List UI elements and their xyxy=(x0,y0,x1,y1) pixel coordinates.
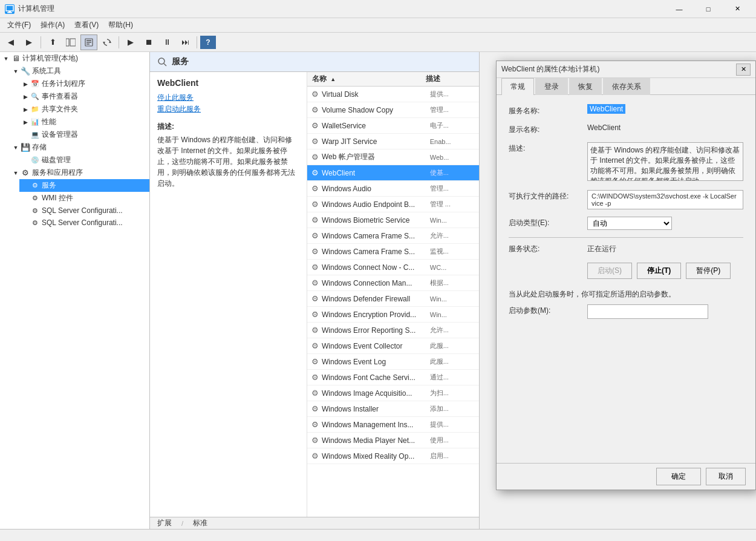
service-icon: ⚙ xyxy=(310,184,321,193)
service-row[interactable]: ⚙ Virtual Disk 提供... xyxy=(307,87,479,102)
menu-action[interactable]: 操作(A) xyxy=(36,19,70,31)
toolbar-properties[interactable] xyxy=(80,34,97,50)
start-params-row: 启动参数(M): xyxy=(509,304,743,319)
toolbar-back[interactable]: ◀ xyxy=(2,34,19,50)
service-row[interactable]: ⚙ Warp JIT Service Enab... xyxy=(307,134,479,149)
service-row[interactable]: ⚙ Web 帐户管理器 Web... xyxy=(307,149,479,165)
dialog-tab-general[interactable]: 常规 xyxy=(501,78,534,95)
toolbar-refresh[interactable] xyxy=(99,34,116,50)
tree-storage[interactable]: ▼ 💾 存储 xyxy=(10,141,149,154)
service-row[interactable]: ⚙ Windows Error Reporting S... 允许... xyxy=(307,323,479,338)
toolbar-forward[interactable]: ▶ xyxy=(21,34,37,50)
dialog-tab-login[interactable]: 登录 xyxy=(535,78,568,95)
dialog-cancel-button[interactable]: 取消 xyxy=(706,468,746,485)
service-row[interactable]: ⚙ Windows Installer 添加... xyxy=(307,401,479,417)
services-header: 服务 xyxy=(150,52,479,72)
toolbar-show-hide-tree[interactable] xyxy=(62,34,79,50)
pause-service-button[interactable]: 暂停(P) xyxy=(686,263,731,279)
tree-root[interactable]: ▼ 🖥 计算机管理(本地) xyxy=(0,52,149,65)
service-row[interactable]: ⚙ Windows Biometric Service Win... xyxy=(307,212,479,228)
service-name: WalletService xyxy=(321,122,430,130)
dialog-tab-dependencies[interactable]: 依存关系 xyxy=(603,78,650,95)
service-row[interactable]: ⚙ Windows Connection Man... 根据... xyxy=(307,275,479,291)
dialog-close-button[interactable]: ✕ xyxy=(736,64,751,76)
tab-standard[interactable]: 标准 xyxy=(191,517,210,529)
service-icon: ⚙ xyxy=(310,200,321,209)
service-row[interactable]: ⚙ Windows Event Collector 此服... xyxy=(307,338,479,354)
service-icon: ⚙ xyxy=(310,105,321,114)
service-row[interactable]: ⚙ Windows Font Cache Servi... 通过... xyxy=(307,370,479,385)
toolbar-help[interactable]: ? xyxy=(200,36,216,49)
svg-rect-3 xyxy=(66,39,69,46)
tab-extend[interactable]: 扩展 xyxy=(155,517,174,529)
col-name-header[interactable]: 名称 ▲ xyxy=(307,74,426,84)
tree-performance[interactable]: ▶ 📊 性能 xyxy=(19,116,149,128)
restart-service-link[interactable]: 重启动此服务 xyxy=(157,104,299,114)
tree-task-expand[interactable]: ▶ xyxy=(21,79,30,89)
tree-root-expand[interactable]: ▼ xyxy=(1,54,11,64)
tree-svc-apps-expand[interactable]: ▼ xyxy=(11,168,21,178)
service-row[interactable]: ⚙ Windows Mixed Reality Op... 启用... xyxy=(307,448,479,464)
start-type-select[interactable]: 自动 手动 已禁用 xyxy=(587,217,672,230)
tree-system-tools[interactable]: ▼ 🔧 系统工具 xyxy=(10,65,149,77)
tree-services[interactable]: ▶ ⚙ 服务 xyxy=(19,179,149,192)
dialog-ok-button[interactable]: 确定 xyxy=(656,468,701,485)
tree-sql1[interactable]: ▶ ⚙ SQL Server Configurati... xyxy=(19,205,149,217)
toolbar-play[interactable]: ▶ xyxy=(122,34,139,50)
toolbar-sep2 xyxy=(119,36,119,48)
start-params-input[interactable] xyxy=(587,304,708,319)
stop-service-button[interactable]: 停止(T) xyxy=(637,263,681,279)
menu-view[interactable]: 查看(V) xyxy=(70,19,103,31)
service-row[interactable]: ⚙ WalletService 电子... xyxy=(307,118,479,134)
tree-services-apps[interactable]: ▼ ⚙ 服务和应用程序 xyxy=(10,166,149,179)
tree-task-scheduler[interactable]: ▶ 📅 任务计划程序 xyxy=(19,77,149,90)
service-row[interactable]: ⚙ Windows Defender Firewall Win... xyxy=(307,291,479,307)
service-row[interactable]: ⚙ Windows Connect Now - C... WC... xyxy=(307,260,479,275)
tree-perf-expand[interactable]: ▶ xyxy=(21,117,30,127)
tree-wmi[interactable]: ▶ ⚙ WMI 控件 xyxy=(19,192,149,205)
service-row[interactable]: ⚙ Volume Shadow Copy 管理... xyxy=(307,102,479,118)
toolbar-up[interactable]: ⬆ xyxy=(44,34,61,50)
tree-storage-label: 存储 xyxy=(32,142,47,152)
tree-system-tools-expand[interactable]: ▼ xyxy=(11,67,21,76)
service-icon: ⚙ xyxy=(310,357,321,366)
service-name: Windows Camera Frame S... xyxy=(321,232,430,240)
service-desc: 使基... xyxy=(430,168,479,177)
service-row[interactable]: ⚙ Windows Audio Endpoint B... 管理 ... xyxy=(307,197,479,212)
tree-event-expand[interactable]: ▶ xyxy=(21,92,30,102)
service-row[interactable]: ⚙ Windows Camera Frame S... 允许... xyxy=(307,228,479,244)
service-row[interactable]: ⚙ Windows Audio 管理... xyxy=(307,181,479,197)
toolbar-stop[interactable]: ⏹ xyxy=(140,34,157,50)
tree-shared-expand[interactable]: ▶ xyxy=(21,105,30,114)
toolbar-pause[interactable]: ⏸ xyxy=(158,34,175,50)
dialog-tab-recovery[interactable]: 恢复 xyxy=(569,78,602,95)
menu-file[interactable]: 文件(F) xyxy=(2,19,36,31)
tree-device-manager[interactable]: ▶ 💻 设备管理器 xyxy=(19,128,149,141)
service-row[interactable]: ⚙ Windows Media Player Net... 使用... xyxy=(307,433,479,448)
col-desc-header[interactable]: 描述 xyxy=(426,74,479,84)
service-desc: 允许... xyxy=(430,231,479,240)
toolbar-restart[interactable]: ⏭ xyxy=(177,34,194,50)
stop-service-link[interactable]: 停止此服务 xyxy=(157,93,299,103)
dialog-display-name-value: WebClient xyxy=(587,123,743,132)
service-row[interactable]: ⚙ Windows Camera Frame S... 监视... xyxy=(307,244,479,260)
maximize-button[interactable]: □ xyxy=(694,1,722,18)
tree-storage-expand[interactable]: ▼ xyxy=(11,143,21,152)
service-row[interactable]: ⚙ Windows Image Acquisitio... 为扫... xyxy=(307,385,479,401)
tree-sql2[interactable]: ▶ ⚙ SQL Server Configurati... xyxy=(19,217,149,229)
tree-event-viewer[interactable]: ▶ 🔍 事件查看器 xyxy=(19,90,149,103)
menu-help[interactable]: 帮助(H) xyxy=(103,19,138,31)
service-name: Windows Error Reporting S... xyxy=(321,326,430,335)
close-button[interactable]: ✕ xyxy=(723,1,751,18)
service-row-selected[interactable]: ⚙ WebClient 使基... xyxy=(307,165,479,181)
service-row[interactable]: ⚙ Windows Management Ins... 提供... xyxy=(307,417,479,433)
tree-disk-mgmt[interactable]: ▶ 💿 磁盘管理 xyxy=(19,154,149,166)
minimize-button[interactable]: — xyxy=(665,1,693,18)
tree-shared-folders[interactable]: ▶ 📁 共享文件夹 xyxy=(19,103,149,116)
service-row[interactable]: ⚙ Windows Event Log 此服... xyxy=(307,354,479,370)
service-icon: ⚙ xyxy=(310,373,321,382)
start-service-button[interactable]: 启动(S) xyxy=(587,263,632,279)
dialog-desc-textarea[interactable]: 使基于 Windows 的程序能创建、访问和修改基于 Internet 的文件。… xyxy=(587,142,743,181)
service-row[interactable]: ⚙ Windows Encryption Provid... Win... xyxy=(307,307,479,323)
service-desc: 添加... xyxy=(430,404,479,413)
